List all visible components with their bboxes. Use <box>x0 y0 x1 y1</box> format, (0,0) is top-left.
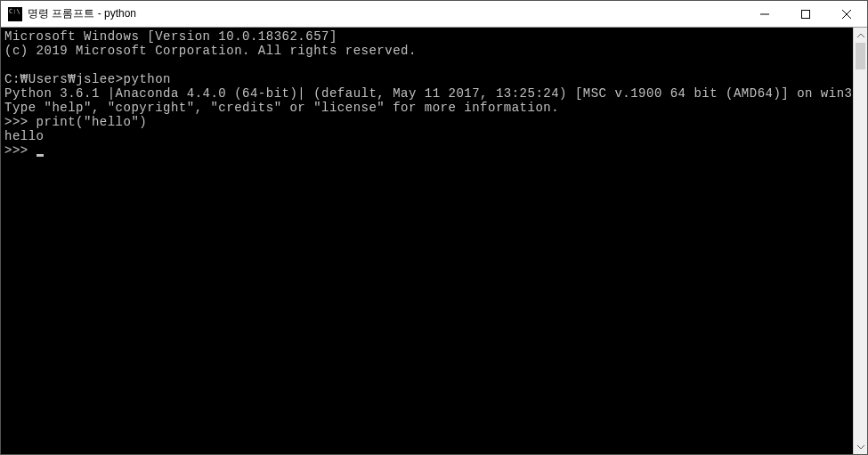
close-button[interactable] <box>826 1 867 27</box>
scrollbar-track[interactable] <box>854 43 867 439</box>
minimize-icon <box>760 10 769 19</box>
minimize-button[interactable] <box>744 1 785 27</box>
cmd-icon <box>8 7 22 21</box>
svg-rect-1 <box>802 10 810 18</box>
vertical-scrollbar[interactable] <box>853 28 867 454</box>
scroll-up-button[interactable] <box>854 28 867 43</box>
window-title: 명령 프롬프트 - python <box>28 6 744 21</box>
scroll-down-button[interactable] <box>854 439 867 454</box>
content-area: Microsoft Windows [Version 10.0.18362.65… <box>1 28 867 454</box>
window-controls <box>744 1 867 27</box>
close-icon <box>842 10 851 19</box>
titlebar[interactable]: 명령 프롬프트 - python <box>1 1 867 28</box>
scrollbar-thumb[interactable] <box>856 43 865 69</box>
maximize-button[interactable] <box>785 1 826 27</box>
chevron-down-icon <box>857 443 864 451</box>
chevron-up-icon <box>857 32 864 39</box>
command-prompt-window: 명령 프롬프트 - python Microsoft Windows [Vers… <box>0 0 868 455</box>
terminal-output[interactable]: Microsoft Windows [Version 10.0.18362.65… <box>1 28 853 454</box>
maximize-icon <box>801 10 810 19</box>
